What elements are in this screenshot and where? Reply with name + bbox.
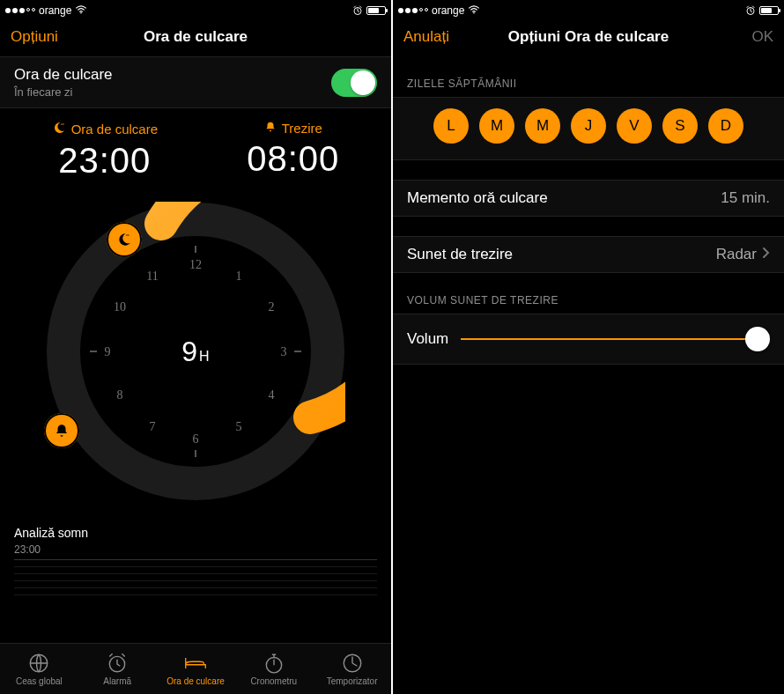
svg-text:9: 9 [105, 345, 111, 358]
tab-label: Ceas global [16, 676, 63, 686]
reminder-value: 15 min. [721, 189, 770, 207]
day-toggle[interactable]: S [662, 108, 698, 144]
svg-text:3: 3 [281, 345, 287, 358]
alarm-status-icon [745, 5, 756, 16]
tab-label: Ora de culcare [166, 676, 225, 686]
wake-column: Trezire 08:00 [247, 121, 339, 181]
signal-dots-icon [5, 8, 35, 13]
sleep-duration: 9H [181, 336, 209, 368]
sleep-analysis-graph [14, 559, 377, 596]
tab-bedtime[interactable]: Ora de culcare [157, 652, 235, 686]
svg-text:1: 1 [236, 269, 242, 283]
svg-point-26 [474, 11, 476, 13]
day-toggle[interactable]: M [479, 108, 514, 144]
tab-timer[interactable]: Temporizator [313, 652, 391, 686]
tab-alarm[interactable]: Alarmă [78, 652, 157, 686]
day-toggle[interactable]: J [571, 108, 606, 144]
sleep-analysis-axis: 23:00 [14, 543, 377, 556]
carrier-label: orange [432, 4, 464, 17]
reminder-label: Memento oră culcare [407, 189, 548, 207]
nav-cancel-button[interactable]: Anulați [403, 28, 500, 46]
tab-stopwatch[interactable]: Cronometru [234, 652, 313, 686]
svg-text:zz: zz [61, 122, 64, 126]
sleep-analysis: Analiză somn 23:00 [0, 519, 391, 596]
alarm-status-icon [352, 5, 363, 16]
bedtime-handle[interactable]: zz [107, 222, 142, 257]
bell-icon [264, 121, 277, 136]
tab-label: Cronometru [250, 676, 297, 686]
day-toggle[interactable]: L [433, 108, 469, 144]
bedtime-toggle-title: Ora de culcare [14, 66, 113, 84]
screen-bedtime: orange Opțiuni Ora de culcare [0, 0, 391, 694]
bedtime-value: 23:00 [52, 141, 158, 181]
bedtime-column: zz Ora de culcare 23:00 [52, 121, 158, 181]
days-section-header: ZILELE SĂPTĂMÂNII [393, 56, 784, 97]
bedtime-toggle-subtitle: În fiecare zi [14, 85, 113, 99]
signal-dots-icon [398, 8, 428, 13]
screen-bedtime-options: orange Anulați Opțiuni Ora de culcare OK… [393, 0, 784, 694]
svg-text:6: 6 [193, 432, 199, 446]
tab-label: Temporizator [327, 676, 378, 686]
svg-text:11: 11 [146, 269, 158, 283]
day-toggle[interactable]: M [525, 108, 560, 144]
svg-text:8: 8 [117, 388, 123, 402]
nav-options-button[interactable]: Opțiuni [11, 28, 107, 46]
tab-label: Alarmă [103, 676, 131, 686]
nav-bar: Opțiuni Ora de culcare [0, 18, 391, 56]
status-bar: orange [0, 0, 391, 18]
reminder-row[interactable]: Memento oră culcare 15 min. [393, 180, 784, 217]
wake-handle[interactable] [44, 413, 79, 448]
chevron-right-icon [762, 246, 770, 263]
days-of-week: L M M J V S D [393, 97, 784, 160]
carrier-label: orange [39, 4, 71, 17]
nav-done-button[interactable]: OK [677, 28, 773, 46]
volume-section-header: VOLUM SUNET DE TREZIRE [393, 273, 784, 314]
status-bar: orange [393, 0, 784, 18]
bed-icon [184, 652, 207, 675]
nav-bar: Anulați Opțiuni Ora de culcare OK [393, 18, 784, 56]
bedtime-label: Ora de culcare [71, 122, 158, 137]
volume-row: Volum [393, 314, 784, 365]
svg-point-0 [81, 11, 83, 13]
battery-icon [759, 6, 779, 15]
svg-text:2: 2 [269, 300, 275, 314]
wifi-icon [468, 4, 480, 17]
nav-title: Opțiuni Ora de culcare [500, 28, 677, 46]
tab-bar: Ceas global Alarmă Ora de culcare Cronom… [0, 643, 391, 694]
volume-slider[interactable] [461, 327, 770, 351]
sleep-analysis-title: Analiză somn [14, 526, 377, 540]
wake-sound-row[interactable]: Sunet de trezire Radar [393, 236, 784, 273]
svg-text:7: 7 [150, 420, 156, 433]
nav-title: Ora de culcare [107, 28, 284, 46]
tab-world-clock[interactable]: Ceas global [0, 652, 78, 686]
timer-icon [341, 652, 364, 675]
bedtime-toggle-row: Ora de culcare În fiecare zi [0, 56, 391, 108]
wake-value: 08:00 [247, 139, 339, 179]
svg-text:zz: zz [126, 233, 129, 237]
wake-sound-label: Sunet de trezire [407, 246, 513, 263]
wifi-icon [75, 4, 87, 17]
moon-sleep-icon: zz [52, 121, 66, 137]
day-toggle[interactable]: D [708, 108, 743, 144]
wake-label: Trezire [282, 121, 322, 136]
svg-text:5: 5 [236, 420, 242, 433]
globe-icon [27, 652, 50, 675]
bedtime-toggle[interactable] [331, 69, 377, 97]
wake-sound-value: Radar [716, 246, 757, 263]
svg-text:10: 10 [114, 300, 126, 314]
volume-label: Volum [407, 330, 448, 348]
svg-text:4: 4 [269, 388, 275, 402]
svg-text:12: 12 [189, 258, 202, 271]
day-toggle[interactable]: V [617, 108, 652, 144]
bedtime-dial[interactable]: 12 1 2 3 4 5 6 7 8 9 10 11 9H [0, 184, 391, 519]
alarm-icon [106, 652, 129, 675]
battery-icon [366, 6, 386, 15]
stopwatch-icon [263, 652, 285, 675]
